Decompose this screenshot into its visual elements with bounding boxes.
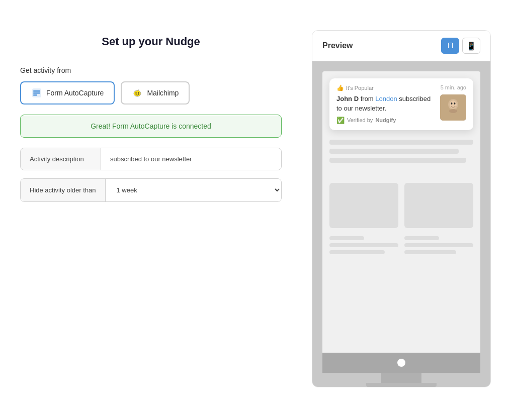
notif-text: John D from London subscribed to our new… (336, 94, 435, 114)
mobile-icon: 📱 (466, 41, 476, 51)
verified-label: Verified by (347, 117, 373, 123)
notif-username: John D (336, 95, 359, 102)
preview-header: Preview 🖥 📱 (312, 31, 490, 61)
preview-toggle: 🖥 📱 (441, 38, 480, 54)
thumbs-up-icon: 👍 (336, 84, 344, 91)
notif-header: 👍 It's Popular 5 min. ago (336, 84, 466, 91)
notif-from: from (361, 95, 376, 102)
preview-title: Preview (322, 41, 353, 50)
mailchimp-button[interactable]: Mailchimp (121, 81, 190, 104)
skeleton-mini-6 (404, 250, 456, 254)
notif-body: John D from London subscribed to our new… (336, 94, 466, 124)
svg-point-13 (449, 109, 457, 113)
notif-verified: ✅ Verified by Nudgify (336, 117, 435, 124)
popular-label: It's Popular (346, 85, 374, 91)
main-layout: Set up your Nudge Get activity from Form… (20, 30, 491, 387)
notif-avatar (440, 94, 466, 121)
desktop-icon: 🖥 (446, 41, 454, 50)
skeleton-block-1 (329, 183, 398, 228)
activity-description-label: Activity description (21, 148, 101, 170)
activity-description-value[interactable]: subscribed to our newsletter (101, 148, 281, 170)
svg-point-10 (451, 102, 453, 104)
svg-point-11 (454, 102, 456, 104)
form-autocapture-label: Form AutoCapture (46, 89, 104, 97)
device-taskbar (322, 353, 480, 373)
desktop-toggle[interactable]: 🖥 (441, 38, 459, 54)
skeleton-mini-4 (404, 236, 439, 240)
activity-section-label: Get activity from (20, 66, 282, 74)
skeleton-line-1 (329, 140, 473, 145)
skeleton-block-2 (404, 183, 473, 228)
page-title: Set up your Nudge (20, 35, 282, 48)
device-home-button (397, 359, 405, 367)
svg-point-4 (134, 90, 141, 96)
svg-point-6 (138, 92, 139, 94)
mobile-toggle[interactable]: 📱 (462, 38, 480, 54)
notification-popup: 👍 It's Popular 5 min. ago John D from Lo (329, 78, 473, 130)
skeleton-mini-2 (329, 243, 398, 247)
notif-popular: 👍 It's Popular (336, 84, 374, 91)
hide-activity-row: Hide activity older than 1 day 3 days 1 … (20, 178, 282, 202)
skeleton-bottom (329, 236, 473, 257)
success-banner: Great! Form AutoCapture is connected (20, 115, 282, 138)
skeleton-mini-5 (404, 243, 473, 247)
svg-rect-1 (33, 90, 40, 92)
skeleton-line-2 (329, 149, 459, 154)
left-panel: Set up your Nudge Get activity from Form… (20, 30, 282, 387)
nudgify-brand: Nudgify (375, 117, 396, 123)
activity-description-row: Activity description subscribed to our n… (20, 148, 282, 170)
preview-container: Preview 🖥 📱 👍 (312, 30, 491, 387)
skeleton-content (322, 132, 480, 257)
preview-device: 👍 It's Popular 5 min. ago John D from Lo (312, 61, 490, 387)
verified-check-icon: ✅ (336, 117, 345, 124)
device-screen: 👍 It's Popular 5 min. ago John D from Lo (322, 71, 480, 353)
notif-city[interactable]: London (375, 95, 397, 102)
skeleton-bottom-left (329, 236, 398, 257)
skeleton-blocks (329, 183, 473, 228)
hide-activity-select[interactable]: 1 day 3 days 1 week 2 weeks 1 month (106, 179, 281, 201)
svg-point-5 (136, 92, 137, 94)
svg-rect-3 (33, 94, 37, 96)
notif-time: 5 min. ago (441, 84, 466, 90)
skeleton-mini-3 (329, 250, 385, 254)
skeleton-lines-area (322, 132, 480, 175)
skeleton-mini-1 (329, 236, 364, 240)
mailchimp-label: Mailchimp (147, 89, 179, 97)
form-icon (31, 87, 42, 98)
device-stand (381, 373, 421, 383)
device-base (366, 383, 437, 387)
form-autocapture-button[interactable]: Form AutoCapture (20, 81, 115, 104)
skeleton-line-3 (329, 158, 466, 163)
right-panel: Preview 🖥 📱 👍 (312, 30, 491, 387)
svg-rect-2 (33, 92, 40, 94)
mailchimp-icon (132, 87, 143, 98)
integration-buttons: Form AutoCapture Mailchimp (20, 81, 282, 104)
skeleton-bottom-right (404, 236, 473, 257)
hide-activity-label: Hide activity older than (21, 179, 106, 201)
